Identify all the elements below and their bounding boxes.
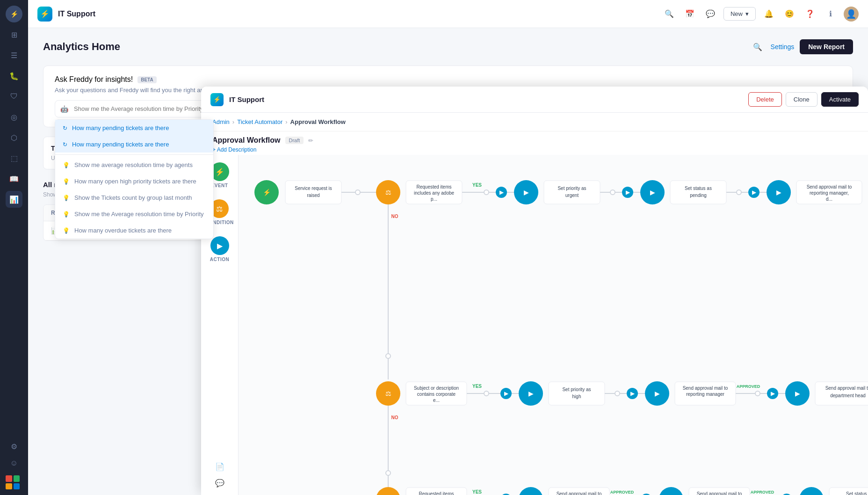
workflow-name-row: Approval Workflow Draft ✏ <box>201 131 868 145</box>
add-description-link[interactable]: + Add Description <box>201 145 868 155</box>
svg-point-39 <box>484 391 489 396</box>
suggestion-text-5: Show the Tickets count by group last mon… <box>74 194 192 201</box>
flow-svg: ⚡ Service request is raised ⚖ Requested … <box>239 155 868 495</box>
search-icon[interactable]: 🔍 <box>662 7 677 22</box>
beta-badge: BETA <box>137 76 156 83</box>
workflow-topbar: ⚡ IT Support Delete Clone Activate <box>201 87 868 113</box>
svg-text:pending: pending <box>690 193 707 198</box>
suggestion-item-6[interactable]: 💡 Show me the Average resolution time by… <box>55 206 213 222</box>
topbar: ⚡ IT Support 🔍 📅 💬 New ▾ 🔔 😊 ❓ ℹ 👤 <box>28 0 868 28</box>
sidebar-item-tickets[interactable]: ☰ <box>6 47 22 64</box>
svg-text:▶: ▶ <box>528 390 534 397</box>
sidebar-item-bugs[interactable]: 🐛 <box>6 67 22 84</box>
svg-text:Set priority as: Set priority as <box>557 186 586 191</box>
sidebar-item-shield[interactable]: 🛡 <box>6 88 22 105</box>
svg-text:YES: YES <box>472 384 482 389</box>
svg-text:reporting manager: reporting manager <box>686 392 724 397</box>
analytics-search-icon[interactable]: 🔍 <box>750 39 765 54</box>
new-button[interactable]: New ▾ <box>723 7 756 21</box>
suggestion-item-2[interactable]: ↻ How many pending tickets are there <box>55 136 213 153</box>
suggestion-text-1: How many pending tickets are there <box>72 124 169 131</box>
sidebar-item-analytics[interactable]: 📊 <box>6 191 22 208</box>
action-label: ACTION <box>210 257 229 262</box>
grid-dot-2 <box>14 475 20 482</box>
sidebar-item-book[interactable]: 📖 <box>6 170 22 187</box>
sidebar-bottom: ⚙ ☺ <box>6 438 22 489</box>
svg-text:Send approval mail to: Send approval mail to <box>807 184 852 189</box>
suggestion-text-2: How many pending tickets are there <box>72 141 169 148</box>
sidebar-item-home[interactable]: ⊞ <box>6 26 22 43</box>
wf-chat-icon[interactable]: 💬 <box>215 479 224 488</box>
action-label-high[interactable] <box>549 382 605 405</box>
breadcrumb-admin[interactable]: Admin <box>212 118 230 125</box>
event-label-box[interactable] <box>285 181 341 204</box>
sidebar-logo: ⚡ <box>6 6 22 22</box>
svg-text:⚖: ⚖ <box>385 390 391 397</box>
svg-text:⚡: ⚡ <box>263 189 271 197</box>
analytics-header: Analytics Home 🔍 Settings New Report <box>43 39 853 54</box>
suggestion-item-4[interactable]: 💡 How many open high priority tickets ar… <box>55 173 213 189</box>
svg-text:YES: YES <box>472 489 482 495</box>
analytics-title: Analytics Home <box>43 41 750 53</box>
suggestion-item-7[interactable]: 💡 How many overdue tickets are there <box>55 222 213 239</box>
new-report-button[interactable]: New Report <box>800 39 853 54</box>
svg-text:▶: ▶ <box>655 390 660 397</box>
settings-link[interactable]: Settings <box>771 43 795 51</box>
delete-button[interactable]: Delete <box>748 92 782 107</box>
main-sidebar: ⚡ ⊞ ☰ 🐛 🛡 ◎ ⬡ ⬚ 📖 📊 ⚙ ☺ <box>0 0 28 495</box>
svg-text:urgent: urgent <box>565 193 579 198</box>
action-label-pending[interactable] <box>670 181 726 204</box>
svg-text:▶: ▶ <box>626 189 630 196</box>
svg-point-64 <box>386 471 391 475</box>
svg-text:Requested items: Requested items <box>419 491 454 495</box>
topbar-actions: 🔍 📅 💬 New ▾ 🔔 😊 ❓ ℹ 👤 <box>662 7 859 22</box>
sidebar-item-print[interactable]: ⬚ <box>6 150 22 167</box>
help-icon[interactable]: ❓ <box>803 7 817 22</box>
svg-text:includes any adobe: includes any adobe <box>414 190 455 196</box>
header-actions: 🔍 Settings New Report <box>750 39 853 54</box>
activate-button[interactable]: Activate <box>821 92 859 107</box>
clone-button[interactable]: Clone <box>786 92 817 107</box>
suggestion-item-5[interactable]: 💡 Show the Tickets count by group last m… <box>55 189 213 206</box>
svg-text:NO: NO <box>391 415 398 420</box>
svg-text:Set status as: Set status as <box>846 491 868 495</box>
svg-text:Send approval mail to: Send approval mail to <box>697 491 742 495</box>
action-node-resolved[interactable] <box>799 487 824 495</box>
suggestion-divider <box>55 154 213 155</box>
condition-node-3[interactable] <box>376 487 400 495</box>
edit-icon[interactable]: ✏ <box>308 137 313 144</box>
suggestion-item-1[interactable]: ↻ How many pending tickets are there <box>55 120 213 136</box>
calendar-icon[interactable]: 📅 <box>682 7 697 22</box>
wf-sidebar-action[interactable]: ▶ ACTION <box>210 236 229 262</box>
action-label-urgent[interactable] <box>544 181 600 204</box>
chat-icon[interactable]: 💬 <box>703 7 718 22</box>
wf-doc-icon[interactable]: 📄 <box>215 462 224 471</box>
svg-text:Send approval mail to: Send approval mail to <box>825 386 868 391</box>
svg-text:APPROVED: APPROVED <box>610 490 634 495</box>
svg-text:p...: p... <box>431 197 437 202</box>
new-button-chevron: ▾ <box>745 10 749 17</box>
sidebar-item-layers[interactable]: ⬡ <box>6 129 22 146</box>
sidebar-item-compass[interactable]: ◎ <box>6 109 22 125</box>
svg-text:▶: ▶ <box>524 189 529 196</box>
sidebar-item-smiley[interactable]: ☺ <box>6 455 22 472</box>
suggestion-item-3[interactable]: 💡 Show me average resolution time by age… <box>55 157 213 173</box>
app-title: IT Support <box>58 10 656 18</box>
yes-dot-1 <box>484 190 489 195</box>
svg-text:e...: e... <box>433 398 440 403</box>
suggestion-text-4: How many open high priority tickets are … <box>74 178 196 185</box>
svg-point-56 <box>755 391 760 396</box>
wf-sidebar-bottom: 📄 💬 <box>215 462 224 488</box>
action-node-r3-dept[interactable] <box>659 487 683 495</box>
emoji-icon[interactable]: 😊 <box>782 7 797 22</box>
info-icon[interactable]: ℹ <box>823 7 838 22</box>
svg-text:Set priority as: Set priority as <box>562 387 591 392</box>
bell-icon[interactable]: 🔔 <box>761 7 776 22</box>
sidebar-item-settings[interactable]: ⚙ <box>6 438 22 455</box>
suggestion-text-7: How many overdue tickets are there <box>74 227 172 234</box>
suggestion-text-3: Show me average resolution time by agent… <box>74 161 193 168</box>
breadcrumb-ticket-automator[interactable]: Ticket Automator <box>237 118 282 125</box>
app-logo: ⚡ <box>37 7 52 22</box>
action-node-r3-mgr[interactable] <box>519 487 543 495</box>
user-avatar[interactable]: 👤 <box>844 7 859 22</box>
